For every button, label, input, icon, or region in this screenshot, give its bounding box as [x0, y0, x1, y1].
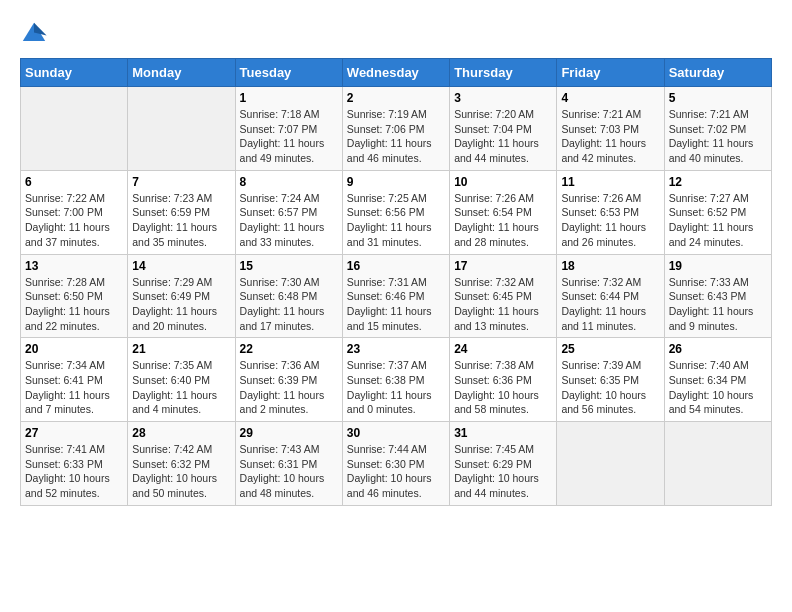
logo — [20, 20, 52, 48]
calendar-week-4: 20Sunrise: 7:34 AMSunset: 6:41 PMDayligh… — [21, 338, 772, 422]
calendar-week-3: 13Sunrise: 7:28 AMSunset: 6:50 PMDayligh… — [21, 254, 772, 338]
day-info: Sunrise: 7:32 AMSunset: 6:44 PMDaylight:… — [561, 275, 659, 334]
day-info: Sunrise: 7:29 AMSunset: 6:49 PMDaylight:… — [132, 275, 230, 334]
day-info: Sunrise: 7:33 AMSunset: 6:43 PMDaylight:… — [669, 275, 767, 334]
day-number: 9 — [347, 175, 445, 189]
calendar-cell: 10Sunrise: 7:26 AMSunset: 6:54 PMDayligh… — [450, 170, 557, 254]
calendar-cell — [21, 87, 128, 171]
day-info: Sunrise: 7:20 AMSunset: 7:04 PMDaylight:… — [454, 107, 552, 166]
day-number: 2 — [347, 91, 445, 105]
calendar-cell: 19Sunrise: 7:33 AMSunset: 6:43 PMDayligh… — [664, 254, 771, 338]
day-info: Sunrise: 7:25 AMSunset: 6:56 PMDaylight:… — [347, 191, 445, 250]
calendar-cell — [664, 422, 771, 506]
calendar-cell: 27Sunrise: 7:41 AMSunset: 6:33 PMDayligh… — [21, 422, 128, 506]
page-header — [20, 16, 772, 48]
calendar-cell: 25Sunrise: 7:39 AMSunset: 6:35 PMDayligh… — [557, 338, 664, 422]
day-number: 24 — [454, 342, 552, 356]
calendar-cell: 2Sunrise: 7:19 AMSunset: 7:06 PMDaylight… — [342, 87, 449, 171]
logo-icon — [20, 20, 48, 48]
calendar-cell: 18Sunrise: 7:32 AMSunset: 6:44 PMDayligh… — [557, 254, 664, 338]
day-info: Sunrise: 7:26 AMSunset: 6:54 PMDaylight:… — [454, 191, 552, 250]
day-info: Sunrise: 7:19 AMSunset: 7:06 PMDaylight:… — [347, 107, 445, 166]
calendar-cell: 6Sunrise: 7:22 AMSunset: 7:00 PMDaylight… — [21, 170, 128, 254]
calendar-cell: 21Sunrise: 7:35 AMSunset: 6:40 PMDayligh… — [128, 338, 235, 422]
day-info: Sunrise: 7:44 AMSunset: 6:30 PMDaylight:… — [347, 442, 445, 501]
day-number: 1 — [240, 91, 338, 105]
day-info: Sunrise: 7:34 AMSunset: 6:41 PMDaylight:… — [25, 358, 123, 417]
calendar-cell: 16Sunrise: 7:31 AMSunset: 6:46 PMDayligh… — [342, 254, 449, 338]
day-info: Sunrise: 7:22 AMSunset: 7:00 PMDaylight:… — [25, 191, 123, 250]
day-info: Sunrise: 7:31 AMSunset: 6:46 PMDaylight:… — [347, 275, 445, 334]
col-header-friday: Friday — [557, 59, 664, 87]
day-number: 15 — [240, 259, 338, 273]
day-number: 3 — [454, 91, 552, 105]
col-header-sunday: Sunday — [21, 59, 128, 87]
day-number: 22 — [240, 342, 338, 356]
day-number: 17 — [454, 259, 552, 273]
day-number: 12 — [669, 175, 767, 189]
day-number: 4 — [561, 91, 659, 105]
calendar-table: SundayMondayTuesdayWednesdayThursdayFrid… — [20, 58, 772, 506]
calendar-cell: 3Sunrise: 7:20 AMSunset: 7:04 PMDaylight… — [450, 87, 557, 171]
day-info: Sunrise: 7:24 AMSunset: 6:57 PMDaylight:… — [240, 191, 338, 250]
day-number: 28 — [132, 426, 230, 440]
day-info: Sunrise: 7:21 AMSunset: 7:03 PMDaylight:… — [561, 107, 659, 166]
calendar-header-row: SundayMondayTuesdayWednesdayThursdayFrid… — [21, 59, 772, 87]
day-number: 10 — [454, 175, 552, 189]
day-number: 18 — [561, 259, 659, 273]
day-number: 25 — [561, 342, 659, 356]
day-info: Sunrise: 7:41 AMSunset: 6:33 PMDaylight:… — [25, 442, 123, 501]
day-number: 21 — [132, 342, 230, 356]
day-info: Sunrise: 7:28 AMSunset: 6:50 PMDaylight:… — [25, 275, 123, 334]
day-number: 14 — [132, 259, 230, 273]
calendar-cell: 24Sunrise: 7:38 AMSunset: 6:36 PMDayligh… — [450, 338, 557, 422]
day-number: 16 — [347, 259, 445, 273]
day-number: 20 — [25, 342, 123, 356]
day-info: Sunrise: 7:40 AMSunset: 6:34 PMDaylight:… — [669, 358, 767, 417]
day-number: 30 — [347, 426, 445, 440]
day-info: Sunrise: 7:21 AMSunset: 7:02 PMDaylight:… — [669, 107, 767, 166]
day-number: 31 — [454, 426, 552, 440]
day-info: Sunrise: 7:38 AMSunset: 6:36 PMDaylight:… — [454, 358, 552, 417]
day-number: 26 — [669, 342, 767, 356]
calendar-week-5: 27Sunrise: 7:41 AMSunset: 6:33 PMDayligh… — [21, 422, 772, 506]
calendar-cell — [128, 87, 235, 171]
day-info: Sunrise: 7:32 AMSunset: 6:45 PMDaylight:… — [454, 275, 552, 334]
calendar-cell: 4Sunrise: 7:21 AMSunset: 7:03 PMDaylight… — [557, 87, 664, 171]
day-info: Sunrise: 7:39 AMSunset: 6:35 PMDaylight:… — [561, 358, 659, 417]
calendar-week-1: 1Sunrise: 7:18 AMSunset: 7:07 PMDaylight… — [21, 87, 772, 171]
day-info: Sunrise: 7:27 AMSunset: 6:52 PMDaylight:… — [669, 191, 767, 250]
day-info: Sunrise: 7:45 AMSunset: 6:29 PMDaylight:… — [454, 442, 552, 501]
calendar-cell: 30Sunrise: 7:44 AMSunset: 6:30 PMDayligh… — [342, 422, 449, 506]
calendar-cell: 11Sunrise: 7:26 AMSunset: 6:53 PMDayligh… — [557, 170, 664, 254]
day-number: 11 — [561, 175, 659, 189]
day-info: Sunrise: 7:37 AMSunset: 6:38 PMDaylight:… — [347, 358, 445, 417]
day-number: 8 — [240, 175, 338, 189]
calendar-cell: 17Sunrise: 7:32 AMSunset: 6:45 PMDayligh… — [450, 254, 557, 338]
calendar-cell: 28Sunrise: 7:42 AMSunset: 6:32 PMDayligh… — [128, 422, 235, 506]
calendar-cell: 26Sunrise: 7:40 AMSunset: 6:34 PMDayligh… — [664, 338, 771, 422]
calendar-cell: 29Sunrise: 7:43 AMSunset: 6:31 PMDayligh… — [235, 422, 342, 506]
day-info: Sunrise: 7:35 AMSunset: 6:40 PMDaylight:… — [132, 358, 230, 417]
day-info: Sunrise: 7:36 AMSunset: 6:39 PMDaylight:… — [240, 358, 338, 417]
day-info: Sunrise: 7:43 AMSunset: 6:31 PMDaylight:… — [240, 442, 338, 501]
day-number: 23 — [347, 342, 445, 356]
calendar-week-2: 6Sunrise: 7:22 AMSunset: 7:00 PMDaylight… — [21, 170, 772, 254]
calendar-cell: 12Sunrise: 7:27 AMSunset: 6:52 PMDayligh… — [664, 170, 771, 254]
day-info: Sunrise: 7:42 AMSunset: 6:32 PMDaylight:… — [132, 442, 230, 501]
day-number: 6 — [25, 175, 123, 189]
col-header-monday: Monday — [128, 59, 235, 87]
calendar-cell — [557, 422, 664, 506]
calendar-cell: 20Sunrise: 7:34 AMSunset: 6:41 PMDayligh… — [21, 338, 128, 422]
calendar-cell: 15Sunrise: 7:30 AMSunset: 6:48 PMDayligh… — [235, 254, 342, 338]
calendar-cell: 8Sunrise: 7:24 AMSunset: 6:57 PMDaylight… — [235, 170, 342, 254]
col-header-wednesday: Wednesday — [342, 59, 449, 87]
calendar-cell: 31Sunrise: 7:45 AMSunset: 6:29 PMDayligh… — [450, 422, 557, 506]
col-header-saturday: Saturday — [664, 59, 771, 87]
day-info: Sunrise: 7:26 AMSunset: 6:53 PMDaylight:… — [561, 191, 659, 250]
calendar-cell: 1Sunrise: 7:18 AMSunset: 7:07 PMDaylight… — [235, 87, 342, 171]
day-info: Sunrise: 7:30 AMSunset: 6:48 PMDaylight:… — [240, 275, 338, 334]
day-number: 27 — [25, 426, 123, 440]
calendar-cell: 13Sunrise: 7:28 AMSunset: 6:50 PMDayligh… — [21, 254, 128, 338]
day-info: Sunrise: 7:23 AMSunset: 6:59 PMDaylight:… — [132, 191, 230, 250]
